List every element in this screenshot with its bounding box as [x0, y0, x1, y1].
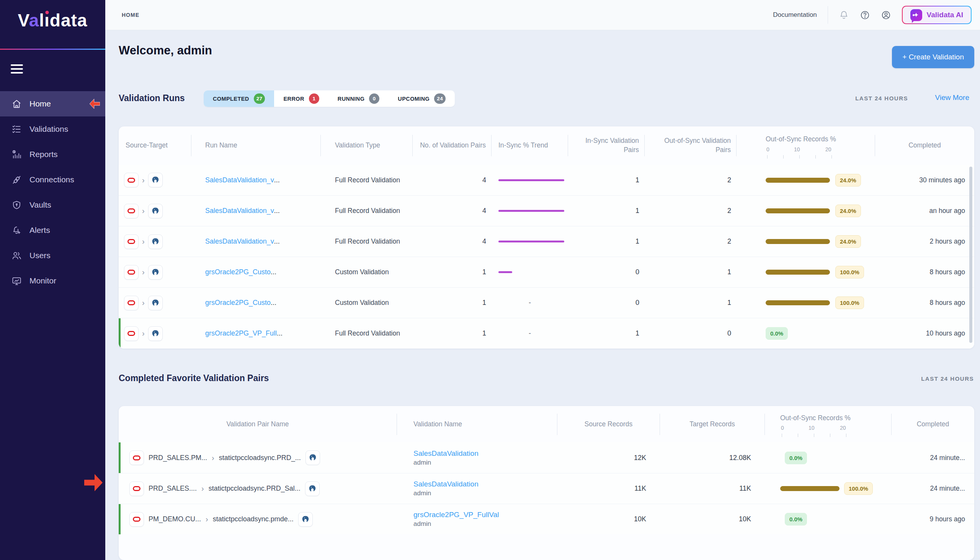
- validation-runs-table: Source-Target Run Name Validation Type N…: [119, 127, 974, 348]
- run-name-link[interactable]: grsOracle2PG_VP_Full: [205, 329, 277, 337]
- validation-runs-title: Validation Runs: [119, 93, 185, 103]
- chevron-right-icon: ›: [142, 329, 145, 338]
- records-pct-bar: [780, 486, 839, 491]
- favorites-table: Validation Pair Name Validation Name Sou…: [119, 406, 974, 560]
- completed-time: 9 hours ago: [892, 515, 974, 523]
- table-scrollbar[interactable]: [969, 167, 972, 343]
- sidebar-item-vaults[interactable]: Vaults: [0, 192, 105, 218]
- pair-source: PRD_SALES....: [148, 485, 197, 493]
- notifications-bell-icon[interactable]: [839, 10, 849, 20]
- run-name-link[interactable]: SalesDataValidation_v: [205, 207, 274, 215]
- sidebar-item-label: Connections: [30, 175, 74, 184]
- sidebar-item-monitor[interactable]: Monitor: [0, 268, 105, 293]
- tab-completed[interactable]: COMPLETED 27: [204, 90, 274, 107]
- view-more-link[interactable]: View More: [935, 93, 969, 102]
- col-outofsync-records: Out-of-Sync Records % 01020: [765, 414, 892, 435]
- pairs-count: 4: [413, 207, 492, 215]
- table-row[interactable]: PRD_SALES.... › statictpccloadsync.PRD_S…: [119, 473, 974, 504]
- insync-trend-empty: -: [492, 299, 568, 307]
- table-row[interactable]: › SalesDataValidation_v... Full Record V…: [119, 195, 974, 226]
- run-name-link[interactable]: grsOracle2PG_Custo: [205, 268, 271, 276]
- records-pct-badge: 100.0%: [844, 482, 873, 495]
- sidebar-item-users[interactable]: Users: [0, 243, 105, 268]
- target-records: 11K: [660, 485, 765, 493]
- documentation-link[interactable]: Documentation: [773, 11, 817, 19]
- completed-time: 24 minute...: [892, 454, 974, 462]
- outofsync-pairs: 1: [644, 299, 736, 307]
- breadcrumb: HOME: [122, 12, 140, 18]
- source-target-cell: ›: [119, 296, 191, 310]
- sidebar-item-home[interactable]: Home: [0, 91, 105, 117]
- oracle-icon: [124, 234, 139, 249]
- outofsync-records-cell: 0.0%: [765, 513, 892, 525]
- completed-time: an hour ago: [875, 207, 974, 215]
- records-pct-bar: [766, 178, 830, 183]
- insync-pairs: 1: [568, 329, 644, 337]
- validation-type: Full Record Validation: [321, 237, 413, 245]
- table-row[interactable]: › SalesDataValidation_v... Full Record V…: [119, 226, 974, 257]
- tab-label: UPCOMING: [398, 96, 430, 102]
- run-name-link[interactable]: grsOracle2PG_Custo: [205, 299, 271, 307]
- col-source-target: Source-Target: [119, 135, 191, 156]
- table-row[interactable]: PRD_SALES.PM... › statictpccloadsync.PRD…: [119, 442, 974, 473]
- chevron-right-icon: ›: [212, 453, 214, 462]
- validation-name-link[interactable]: SalesDataValidation: [414, 480, 478, 488]
- table-row[interactable]: › grsOracle2PG_Custo... Custom Validatio…: [119, 257, 974, 287]
- records-pct-bar: [766, 208, 830, 213]
- hamburger-menu-icon[interactable]: [11, 64, 23, 73]
- running-count-badge: 0: [369, 93, 379, 104]
- sidebar-item-connections[interactable]: Connections: [0, 167, 105, 192]
- favorites-title: Completed Favorite Validation Pairs: [119, 373, 269, 383]
- pair-source: PM_DEMO.CU...: [148, 515, 201, 523]
- table-row[interactable]: PM_DEMO.CU... › statictpccloadsync.pmde.…: [119, 504, 974, 534]
- pairs-count: 4: [413, 237, 492, 245]
- sidebar-item-reports[interactable]: Reports: [0, 142, 105, 167]
- validation-type: Full Record Validation: [321, 176, 413, 184]
- validation-type: Full Record Validation: [321, 329, 413, 337]
- tab-error[interactable]: ERROR 1: [274, 90, 328, 107]
- table-row[interactable]: › grsOracle2PG_Custo... Custom Validatio…: [119, 287, 974, 318]
- validata-ai-button[interactable]: ✦ Validata AI: [902, 6, 972, 24]
- table-row[interactable]: › SalesDataValidation_v... Full Record V…: [119, 165, 974, 195]
- target-records: 12.08K: [660, 454, 765, 462]
- chevron-right-icon: ›: [142, 268, 145, 277]
- validation-pair-cell: PRD_SALES.... › statictpccloadsync.PRD_S…: [119, 482, 397, 496]
- source-records: 12K: [557, 454, 660, 462]
- account-icon[interactable]: [881, 10, 891, 20]
- outofsync-records-cell: 24.0%: [736, 235, 875, 248]
- records-pct-badge: 0.0%: [785, 452, 807, 464]
- run-name-link[interactable]: SalesDataValidation_v: [205, 237, 274, 245]
- validation-name-link[interactable]: SalesDataValidation: [414, 449, 478, 458]
- completed-time: 8 hours ago: [875, 299, 974, 307]
- sidebar-item-alerts[interactable]: Alerts: [0, 218, 105, 243]
- source-target-cell: ›: [119, 234, 191, 249]
- completed-time: 8 hours ago: [875, 268, 974, 276]
- tab-label: RUNNING: [338, 96, 364, 102]
- tab-upcoming[interactable]: UPCOMING 24: [389, 90, 455, 107]
- pairs-count: 1: [413, 299, 492, 307]
- sidebar-item-label: Reports: [30, 150, 58, 159]
- run-name-link[interactable]: SalesDataValidation_v: [205, 176, 274, 184]
- oracle-icon: [124, 296, 139, 310]
- oracle-icon: [130, 482, 144, 496]
- sidebar-item-label: Alerts: [30, 226, 50, 235]
- owner-label: admin: [414, 520, 431, 528]
- sidebar-item-label: Home: [30, 99, 51, 108]
- completed-time: 10 hours ago: [875, 329, 974, 337]
- records-pct-badge: 24.0%: [835, 235, 861, 248]
- table-header: Validation Pair Name Validation Name Sou…: [119, 406, 974, 442]
- home-icon: [12, 99, 22, 109]
- source-target-cell: ›: [119, 204, 191, 218]
- validation-name-link[interactable]: grsOracle2PG_VP_FullVal: [414, 511, 499, 519]
- tab-running[interactable]: RUNNING 0: [329, 90, 389, 107]
- col-completed: Completed: [875, 135, 974, 156]
- help-icon[interactable]: [860, 10, 870, 20]
- postgresql-icon: [306, 450, 320, 465]
- records-pct-bar: [766, 239, 830, 244]
- create-validation-button[interactable]: + Create Validation: [892, 46, 974, 68]
- sidebar-item-validations[interactable]: Validations: [0, 117, 105, 142]
- ai-chat-icon: ✦: [910, 9, 922, 21]
- outofsync-records-cell: 100.0%: [736, 266, 875, 278]
- insync-pairs: 0: [568, 268, 644, 276]
- table-row[interactable]: › grsOracle2PG_VP_Full... Full Record Va…: [119, 318, 974, 348]
